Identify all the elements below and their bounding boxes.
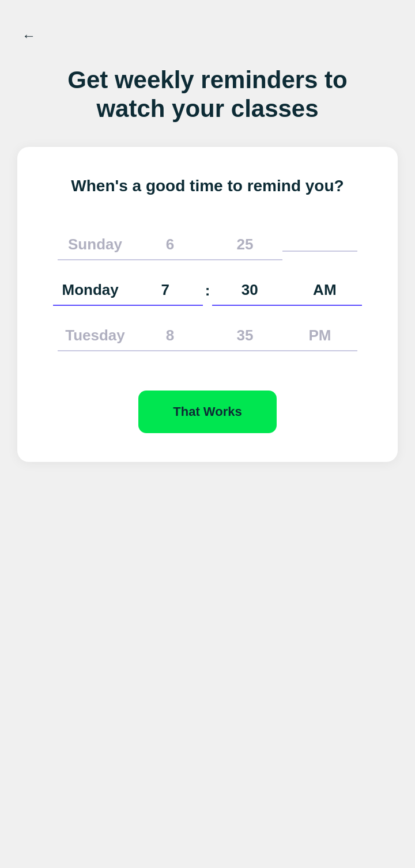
- minute-cell-tuesday[interactable]: 35: [207, 327, 282, 351]
- period-cell-monday[interactable]: AM: [287, 281, 362, 306]
- time-colon: :: [205, 282, 210, 305]
- day-cell-monday[interactable]: Monday: [53, 281, 128, 306]
- picker-row-sunday[interactable]: Sunday 6 25: [40, 225, 375, 271]
- minute-cell-sunday[interactable]: 25: [207, 236, 282, 260]
- time-picker: Sunday 6 25 Monday 7 : 30: [40, 225, 375, 362]
- day-cell-sunday[interactable]: Sunday: [58, 236, 133, 260]
- picker-row-monday[interactable]: Monday 7 : 30 AM: [40, 271, 375, 316]
- that-works-button[interactable]: That Works: [138, 391, 277, 433]
- period-cell-sunday[interactable]: [282, 245, 357, 252]
- back-icon: ←: [22, 28, 36, 43]
- hour-cell-sunday[interactable]: 6: [133, 236, 207, 260]
- day-cell-tuesday[interactable]: Tuesday: [58, 327, 133, 351]
- page-title: Get weekly reminders to watch your class…: [67, 66, 348, 124]
- hour-cell-monday[interactable]: 7: [128, 281, 203, 306]
- period-cell-tuesday[interactable]: PM: [282, 327, 357, 351]
- minute-cell-monday[interactable]: 30: [212, 281, 287, 306]
- picker-row-tuesday[interactable]: Tuesday 8 35 PM: [40, 316, 375, 362]
- back-button[interactable]: ←: [17, 23, 40, 48]
- hour-cell-tuesday[interactable]: 8: [133, 327, 207, 351]
- card-subtitle: When's a good time to remind you?: [40, 176, 375, 196]
- reminder-card: When's a good time to remind you? Sunday…: [17, 147, 398, 462]
